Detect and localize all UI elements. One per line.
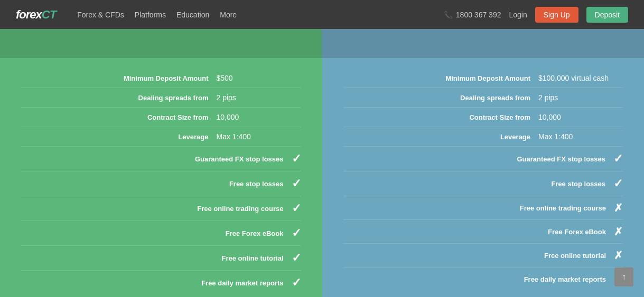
feature-value: 10,000: [217, 113, 301, 121]
feature-label: Free online trading course: [343, 204, 614, 212]
feature-label: Free Forex eBook: [21, 229, 292, 237]
feature-label: Minimum Deposit Amount: [343, 74, 539, 82]
nav-right: 📞 1800 367 392 Login Sign Up Deposit: [444, 7, 628, 23]
feature-label: Free daily market reports: [21, 279, 292, 287]
feature-value: ✓: [613, 177, 623, 190]
deposit-button[interactable]: Deposit: [586, 7, 628, 23]
table-row: Free daily market reports✓: [21, 271, 301, 295]
table-row: Free online tutorial✓: [21, 246, 301, 271]
feature-label: Free online tutorial: [21, 254, 292, 262]
feature-value: $500: [217, 74, 301, 82]
feature-value: ✓: [292, 177, 301, 190]
table-row: Free Forex eBook✓: [21, 221, 301, 246]
table-row: Free online trading course✓: [21, 196, 301, 221]
table-row: Contract Size from10,000: [21, 108, 301, 127]
feature-label: Contract Size from: [21, 113, 217, 121]
table-row: Free daily market reports✗: [343, 267, 623, 291]
table-row: LeverageMax 1:400: [21, 127, 301, 147]
left-column: Minimum Deposit Amount$500Dealing spread…: [0, 58, 322, 297]
table-row: Free online tutorial✗: [343, 244, 623, 267]
feature-value: ✗: [614, 202, 623, 214]
navbar: forexCT Forex & CFDs Platforms Education…: [0, 0, 644, 29]
table-row: Guaranteed FX stop losses✓: [21, 147, 301, 171]
feature-label: Free stop losses: [343, 180, 614, 188]
right-column: Minimum Deposit Amount$100,000 virtual c…: [322, 58, 645, 297]
feature-label: Free online trading course: [21, 205, 292, 213]
feature-value: ✓: [292, 152, 301, 166]
table-row: LeverageMax 1:400: [343, 127, 623, 147]
feature-value: ✓: [292, 276, 301, 290]
feature-value: ✗: [614, 249, 623, 262]
table-row: Free online trading course✗: [343, 196, 623, 220]
feature-value: 2 pips: [217, 93, 301, 102]
nav-forex-cfds[interactable]: Forex & CFDs: [77, 11, 124, 19]
feature-value: Max 1:400: [217, 132, 301, 141]
nav-more[interactable]: More: [220, 11, 237, 19]
nav-platforms[interactable]: Platforms: [135, 11, 166, 19]
feature-label: Free online tutorial: [343, 252, 614, 260]
logo-forex: forex: [16, 8, 42, 22]
phone-icon: 📞: [444, 11, 453, 19]
scroll-to-top[interactable]: ↑: [614, 267, 633, 286]
phone-area: 📞 1800 367 392: [444, 11, 501, 19]
table-row: Free stop losses✓: [21, 171, 301, 196]
table-row: Minimum Deposit Amount$100,000 virtual c…: [343, 69, 623, 88]
feature-value: Max 1:400: [538, 132, 623, 141]
feature-label: Free stop losses: [21, 180, 292, 188]
table-row: Free stop losses✓: [343, 171, 623, 196]
signup-button[interactable]: Sign Up: [535, 7, 578, 23]
feature-label: Leverage: [21, 133, 217, 141]
nav-links: Forex & CFDs Platforms Education More: [77, 11, 428, 19]
feature-label: Guaranteed FX stop losses: [21, 155, 292, 163]
feature-value: ✓: [292, 202, 301, 215]
feature-label: Free daily market reports: [343, 275, 614, 283]
feature-value: 2 pips: [538, 93, 623, 102]
feature-value: $100,000 virtual cash: [538, 74, 623, 82]
table-row: Minimum Deposit Amount$500: [21, 69, 301, 88]
table-row: Dealing spreads from2 pips: [21, 88, 301, 108]
table-row: Dealing spreads from2 pips: [343, 88, 623, 108]
feature-label: Free Forex eBook: [343, 228, 614, 236]
login-link[interactable]: Login: [509, 11, 527, 19]
feature-value: ✓: [292, 251, 301, 265]
feature-value: ✗: [614, 225, 623, 238]
feature-value: ✓: [613, 152, 623, 166]
nav-education[interactable]: Education: [176, 11, 209, 19]
feature-value: ✓: [292, 226, 301, 240]
logo-ct: CT: [42, 8, 56, 22]
phone-number: 1800 367 392: [456, 11, 501, 19]
feature-label: Minimum Deposit Amount: [21, 74, 217, 82]
content-area: Minimum Deposit Amount$500Dealing spread…: [0, 58, 644, 297]
table-row: Guaranteed FX stop losses✓: [343, 147, 623, 171]
feature-label: Guaranteed FX stop losses: [343, 155, 614, 163]
feature-label: Dealing spreads from: [343, 94, 539, 102]
feature-label: Dealing spreads from: [21, 94, 217, 102]
feature-label: Contract Size from: [343, 113, 539, 121]
feature-label: Leverage: [343, 133, 539, 141]
table-row: Free Forex eBook✗: [343, 220, 623, 244]
hero-band: [0, 29, 644, 58]
logo[interactable]: forexCT: [16, 8, 56, 22]
feature-value: 10,000: [538, 113, 623, 121]
table-row: Contract Size from10,000: [343, 108, 623, 127]
